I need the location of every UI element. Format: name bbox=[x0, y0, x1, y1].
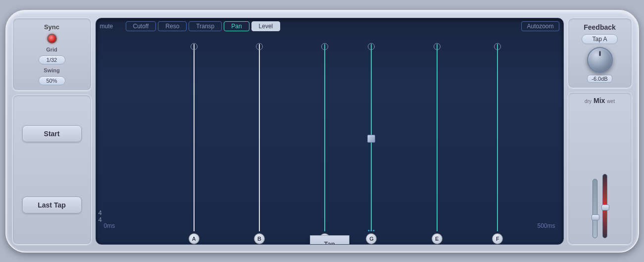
sync-label: Sync bbox=[44, 23, 59, 31]
tap-node-label-B[interactable]: B bbox=[254, 233, 265, 244]
plugin-container: Sync Grid 1/32 Swing 50% Start Last Tap … bbox=[5, 10, 639, 253]
tap-node-A[interactable]: A bbox=[189, 233, 199, 244]
main-display: mute Cutoff Reso Transp Pan Level Autozo… bbox=[96, 18, 564, 245]
action-box: Start Last Tap bbox=[12, 95, 92, 245]
dry-slider-thumb[interactable] bbox=[592, 214, 599, 220]
tab-transp[interactable]: Transp bbox=[189, 21, 222, 31]
tap-node-F[interactable]: F bbox=[492, 233, 503, 244]
tab-reso[interactable]: Reso bbox=[158, 21, 187, 31]
feedback-knob-value: -6.0dB bbox=[587, 75, 612, 83]
mix-header: dry Mix wet bbox=[585, 97, 615, 105]
feedback-box: Feedback Tap A -6.0dB bbox=[568, 18, 632, 88]
tap-node-label-A[interactable]: A bbox=[189, 233, 199, 244]
tab-level[interactable]: Level bbox=[251, 21, 281, 31]
mix-dry-label: dry bbox=[585, 99, 592, 104]
time-start-label: 0ms bbox=[104, 222, 115, 229]
tap-dots-G bbox=[368, 230, 375, 231]
left-panel: Sync Grid 1/32 Swing 50% Start Last Tap bbox=[12, 18, 92, 245]
tap-node-G[interactable]: G bbox=[366, 233, 377, 244]
right-panel: Feedback Tap A -6.0dB dry Mix wet bbox=[568, 18, 632, 245]
time-sig-bottom: 4 bbox=[99, 216, 102, 223]
tap-node-B[interactable]: B bbox=[254, 233, 265, 244]
wet-slider-thumb[interactable] bbox=[601, 205, 609, 210]
tap-line-C[interactable] bbox=[324, 44, 325, 231]
tap-dot-1 bbox=[368, 230, 370, 231]
swing-value[interactable]: 50% bbox=[39, 76, 65, 85]
mute-circle-B[interactable] bbox=[256, 43, 263, 50]
mute-circle-F[interactable] bbox=[494, 43, 501, 50]
time-end-label: 500ms bbox=[537, 222, 555, 229]
tap-dot-3 bbox=[373, 230, 375, 231]
tap-line-B[interactable] bbox=[259, 44, 260, 231]
mix-box: dry Mix wet bbox=[568, 92, 632, 245]
tap-line-A[interactable] bbox=[194, 44, 195, 231]
mute-circle-G[interactable] bbox=[368, 43, 375, 50]
tap-node-label-E[interactable]: E bbox=[432, 233, 443, 244]
dry-slider-track[interactable] bbox=[593, 179, 597, 238]
tap-node-label-F[interactable]: F bbox=[492, 233, 503, 244]
tap-a-button[interactable]: Tap A bbox=[582, 34, 617, 44]
feedback-knob[interactable] bbox=[587, 47, 613, 73]
time-signature: 4 4 bbox=[99, 210, 102, 224]
mix-title: Mix bbox=[594, 97, 605, 105]
mix-sliders bbox=[571, 106, 629, 240]
pan-marker-G[interactable] bbox=[367, 135, 375, 143]
mute-circle-A[interactable] bbox=[191, 43, 198, 50]
mute-circle-E[interactable] bbox=[434, 43, 441, 50]
grid-label: Grid bbox=[46, 47, 57, 52]
wet-slider-track[interactable] bbox=[602, 174, 607, 238]
start-button[interactable]: Start bbox=[22, 125, 82, 142]
tab-pan[interactable]: Pan bbox=[224, 21, 249, 31]
display-header: mute Cutoff Reso Transp Pan Level Autozo… bbox=[96, 18, 563, 34]
tap-node-E[interactable]: E bbox=[432, 233, 443, 244]
feedback-title: Feedback bbox=[584, 23, 616, 31]
grid-value[interactable]: 1/32 bbox=[39, 55, 65, 64]
mute-label: mute bbox=[100, 23, 120, 30]
autozoom-button[interactable]: Autozoom bbox=[521, 21, 559, 31]
time-sig-top: 4 bbox=[99, 210, 102, 216]
tap-dot-2 bbox=[371, 230, 372, 231]
sync-led[interactable] bbox=[47, 34, 57, 44]
mute-circle-C[interactable] bbox=[321, 43, 328, 50]
mix-wet-label: wet bbox=[607, 99, 615, 104]
swing-label: Swing bbox=[44, 67, 59, 73]
tap-line-F[interactable] bbox=[497, 44, 498, 231]
knob-container: -6.0dB bbox=[587, 47, 613, 83]
tap-node-label-G[interactable]: G bbox=[366, 233, 377, 244]
sequencer-area[interactable]: 0ms 500ms A B C G bbox=[96, 34, 563, 244]
sync-box: Sync Grid 1/32 Swing 50% bbox=[12, 18, 92, 91]
tab-cutoff[interactable]: Cutoff bbox=[126, 21, 156, 31]
tap-bottom-button[interactable]: Tap bbox=[310, 235, 349, 245]
tap-line-E[interactable] bbox=[437, 44, 438, 231]
last-tap-button[interactable]: Last Tap bbox=[22, 197, 82, 213]
